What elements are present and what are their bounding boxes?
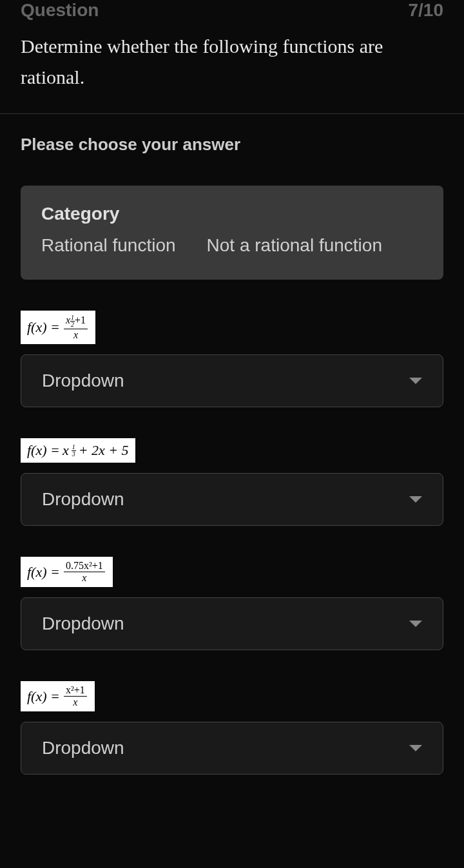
formula-1: f(x) = x12+1 x (21, 311, 95, 344)
chevron-down-icon (409, 496, 422, 503)
question-label: Question (21, 0, 99, 21)
chevron-down-icon (409, 621, 422, 627)
question-item-4: f(x) = x²+1 x Dropdown (21, 681, 443, 775)
dropdown-label: Dropdown (42, 613, 124, 634)
question-item-3: f(x) = 0.75x²+1 x Dropdown (21, 557, 443, 650)
dropdown-label: Dropdown (42, 489, 124, 510)
category-option-rational: Rational function (41, 229, 176, 262)
category-title: Category (41, 204, 423, 224)
formula-prefix: f(x) = (27, 319, 60, 336)
formula-prefix: f(x) = (27, 564, 60, 581)
fraction: x²+1 x (64, 685, 87, 708)
category-option-not-rational: Not a rational function (207, 229, 382, 262)
question-item-1: f(x) = x12+1 x Dropdown (21, 311, 443, 407)
category-box: Category Rational function Not a rationa… (21, 186, 443, 280)
fraction: 0.75x²+1 x (64, 561, 105, 583)
answer-section: Please choose your answer Category Ratio… (0, 114, 464, 826)
dropdown-label: Dropdown (42, 738, 124, 758)
dropdown-label: Dropdown (42, 371, 124, 391)
fraction: x12+1 x (64, 314, 88, 340)
question-count: 7/10 (409, 0, 444, 21)
formula-2: f(x) = x13 + 2x + 5 (21, 438, 135, 463)
formula-4: f(x) = x²+1 x (21, 681, 95, 711)
question-item-2: f(x) = x13 + 2x + 5 Dropdown (21, 438, 443, 526)
category-options: Rational function Not a rational functio… (41, 229, 423, 262)
dropdown-4[interactable]: Dropdown (21, 722, 443, 775)
formula-3: f(x) = 0.75x²+1 x (21, 557, 113, 587)
question-text: Determine whether the following function… (21, 31, 443, 93)
formula-prefix: f(x) = (27, 442, 60, 459)
formula-prefix: f(x) = (27, 688, 60, 705)
dropdown-1[interactable]: Dropdown (21, 354, 443, 407)
question-row: Question 7/10 (21, 0, 443, 21)
chevron-down-icon (409, 378, 422, 384)
instruction-text: Please choose your answer (21, 135, 443, 155)
dropdown-2[interactable]: Dropdown (21, 473, 443, 526)
dropdown-3[interactable]: Dropdown (21, 597, 443, 650)
question-header: Question 7/10 Determine whether the foll… (0, 0, 464, 114)
chevron-down-icon (409, 745, 422, 751)
